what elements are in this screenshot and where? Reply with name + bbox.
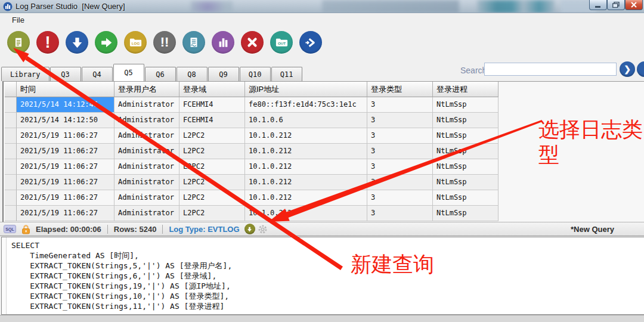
folder-icon: OUT: [274, 35, 289, 50]
error-log-button[interactable]: !: [36, 31, 59, 54]
table-cell[interactable]: 3: [367, 175, 433, 190]
table-cell[interactable]: 2021/5/19 11:06:27: [17, 206, 114, 221]
row-selector[interactable]: [5, 97, 17, 113]
table-cell[interactable]: 10.1.0.212: [245, 175, 367, 190]
query-modified-label: *New Query: [571, 225, 644, 234]
execute-query-button[interactable]: [95, 31, 117, 54]
table-cell[interactable]: fe80::f13f:e1d4:75c3:1e1c: [245, 97, 367, 113]
document-sign-icon: [187, 36, 200, 49]
tab-q4[interactable]: Q4: [82, 67, 113, 81]
tab-q11[interactable]: Q11: [271, 67, 302, 81]
table-cell[interactable]: L2PC2: [179, 206, 245, 221]
row-selector[interactable]: [5, 113, 17, 128]
table-cell[interactable]: Administrator: [114, 97, 179, 113]
column-header[interactable]: 时间: [17, 82, 114, 97]
report-button[interactable]: [182, 31, 205, 54]
table-cell[interactable]: 10.1.0.212: [245, 206, 367, 221]
log-type-dropdown-button[interactable]: [244, 224, 255, 234]
table-cell[interactable]: 10.1.0.6: [245, 113, 367, 128]
tab-library[interactable]: Library: [1, 67, 49, 81]
row-selector[interactable]: [5, 159, 17, 175]
row-selector[interactable]: [5, 190, 17, 206]
table-cell[interactable]: Administrator: [114, 206, 179, 221]
tab-q6[interactable]: Q6: [145, 67, 176, 81]
open-log-button[interactable]: LOG: [124, 31, 147, 54]
download-button[interactable]: [66, 31, 88, 54]
maximize-button[interactable]: [607, 0, 625, 10]
table-cell[interactable]: 10.1.0.212: [245, 190, 367, 206]
table-cell[interactable]: 3: [367, 144, 433, 159]
table-cell[interactable]: 2021/5/14 14:12:50: [17, 113, 114, 128]
table-cell[interactable]: 3: [367, 97, 433, 113]
title-bar: Log Parser Studio [New Query]: [0, 0, 644, 13]
row-selector[interactable]: [5, 144, 17, 159]
row-selector[interactable]: [5, 206, 17, 221]
column-header[interactable]: 登录域: [179, 82, 245, 97]
log-type-label: Log Type: EVTLOG: [169, 225, 239, 234]
column-header[interactable]: 源IP地址: [245, 82, 367, 97]
table-cell[interactable]: 10.1.0.212: [245, 128, 367, 144]
warnings-button[interactable]: !!: [153, 31, 176, 54]
toolbar: !LOG!!OUT Search: ❯: [0, 26, 644, 63]
table-cell[interactable]: 2021/5/19 11:06:27: [17, 175, 114, 190]
cancel-button[interactable]: [241, 31, 264, 54]
table-cell[interactable]: NtLmSsp: [433, 159, 499, 175]
table-cell[interactable]: Administrator: [114, 113, 179, 128]
table-cell[interactable]: 2021/5/19 11:06:27: [17, 128, 114, 144]
table-cell[interactable]: 2021/5/19 11:06:27: [17, 159, 114, 175]
table-cell[interactable]: NtLmSsp: [433, 206, 499, 221]
table-cell[interactable]: NtLmSsp: [433, 190, 499, 206]
column-header[interactable]: 登录进程: [433, 82, 499, 97]
table-cell[interactable]: L2PC2: [179, 159, 245, 175]
column-header[interactable]: 登录类型: [367, 82, 433, 97]
table-cell[interactable]: 3: [367, 206, 433, 221]
tab-q3[interactable]: Q3: [50, 67, 81, 81]
chart-button[interactable]: [212, 31, 234, 54]
table-cell[interactable]: Administrator: [114, 175, 179, 190]
table-cell[interactable]: NtLmSsp: [433, 144, 499, 159]
close-button[interactable]: [625, 0, 643, 10]
sql-editor[interactable]: SELECT TimeGenerated AS [时间], EXTRACT_TO…: [1, 237, 644, 315]
table-cell[interactable]: Administrator: [114, 144, 179, 159]
table-cell[interactable]: 10.1.0.212: [245, 144, 367, 159]
table-cell[interactable]: Administrator: [114, 190, 179, 206]
minimize-button[interactable]: [589, 0, 607, 10]
wallpaper-blob: [322, 0, 459, 13]
table-cell[interactable]: NtLmSsp: [433, 175, 499, 190]
table-cell[interactable]: 2021/5/19 11:06:27: [17, 190, 114, 206]
powershell-button[interactable]: [299, 31, 322, 54]
table-cell[interactable]: 2021/5/14 14:12:46: [17, 97, 114, 113]
table-cell[interactable]: 2021/5/19 11:06:27: [17, 144, 114, 159]
table-cell[interactable]: 3: [367, 159, 433, 175]
table-cell[interactable]: L2PC2: [179, 128, 245, 144]
export-out-button[interactable]: OUT: [270, 31, 293, 54]
row-selector[interactable]: [5, 128, 17, 144]
tab-q10[interactable]: Q10: [240, 67, 271, 81]
tab-q8[interactable]: Q8: [177, 67, 208, 81]
table-cell[interactable]: NtLmSsp: [433, 97, 499, 113]
column-header[interactable]: 登录用户名: [114, 82, 179, 97]
table-cell[interactable]: 10.1.0.212: [245, 159, 367, 175]
table-cell[interactable]: L2PC2: [179, 144, 245, 159]
gear-icon[interactable]: [258, 224, 268, 234]
sql-badge-icon: SQL: [4, 225, 16, 233]
table-cell[interactable]: Administrator: [114, 128, 179, 144]
table-cell[interactable]: FCEHMI4: [179, 97, 245, 113]
tab-q9[interactable]: Q9: [208, 67, 239, 81]
table-cell[interactable]: 3: [367, 190, 433, 206]
table-cell[interactable]: L2PC2: [179, 190, 245, 206]
table-cell[interactable]: Administrator: [114, 159, 179, 175]
svg-text:OUT: OUT: [277, 41, 285, 45]
menu-file[interactable]: File: [8, 15, 28, 25]
table-cell[interactable]: FCEHMI4: [179, 113, 245, 128]
table-cell[interactable]: L2PC2: [179, 175, 245, 190]
new-query-button[interactable]: [7, 31, 30, 54]
table-row: 2021/5/19 11:06:27AdministratorL2PC210.1…: [5, 159, 499, 175]
table-cell[interactable]: NtLmSsp: [433, 113, 499, 128]
tab-q5[interactable]: Q5: [113, 64, 144, 81]
table-row: 2021/5/19 11:06:27AdministratorL2PC210.1…: [5, 190, 499, 206]
table-cell[interactable]: NtLmSsp: [433, 128, 499, 144]
table-cell[interactable]: 3: [367, 113, 433, 128]
row-selector[interactable]: [5, 175, 17, 190]
table-cell[interactable]: 3: [367, 128, 433, 144]
